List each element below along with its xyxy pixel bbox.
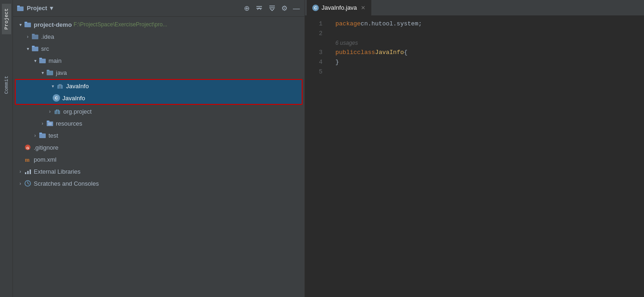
sidebar-item-commit[interactable]: Commit	[2, 71, 11, 99]
brace-open: {	[404, 48, 407, 58]
code-line-3: public class JavaInfo {	[335, 48, 637, 58]
svg-rect-13	[39, 58, 42, 59]
java-label: java	[56, 69, 67, 76]
line-num-1: 1	[305, 19, 322, 29]
code-editor[interactable]: package cn.hutool.system; 6 usages publi…	[328, 16, 644, 297]
package-icon	[56, 82, 64, 90]
svg-rect-15	[47, 70, 49, 71]
line-numbers: 1 2 3 4 5	[305, 16, 328, 297]
tree-item-project-root[interactable]: ▾ project-demo F:\ProjectSpace\ExerciseP…	[13, 18, 304, 30]
project-root-path: F:\ProjectSpace\ExerciseProject\pro...	[73, 21, 167, 28]
toggle-resources: ›	[39, 121, 46, 126]
tree-item-external-libs[interactable]: › External Libraries	[13, 165, 304, 177]
editor-area: C JavaInfo.java ✕ 1 2 3 4 5 package cn.h…	[305, 0, 644, 297]
javainfo-label: JavaInfo	[62, 95, 85, 102]
vertical-sidebar: Project Commit	[0, 0, 13, 297]
toggle-java: ▾	[39, 70, 46, 75]
project-root-name: project-demo	[34, 21, 72, 28]
test-label: test	[49, 132, 58, 139]
resources-folder-icon	[46, 120, 54, 127]
kw-package: package	[335, 19, 361, 29]
file-tree: ▾ project-demo F:\ProjectSpace\ExerciseP…	[13, 17, 304, 297]
settings-button[interactable]: ⚙	[280, 4, 288, 12]
kw-class: class	[357, 48, 375, 58]
tree-item-javainfo[interactable]: C JavaInfo	[16, 92, 302, 104]
minimize-button[interactable]: —	[292, 4, 301, 12]
toggle-external-libs: ›	[17, 169, 24, 174]
tree-item-cn-hutool-system[interactable]: ▾ JavaInfo	[16, 80, 302, 92]
svg-rect-33	[27, 171, 29, 174]
tree-item-pomxml[interactable]: m pom.xml	[13, 153, 304, 165]
semi-1: ;	[418, 19, 422, 29]
tree-item-scratches[interactable]: › Scratches and Consoles	[13, 177, 304, 189]
toggle-org-project: ›	[46, 109, 54, 114]
svg-rect-9	[32, 34, 35, 35]
scratches-icon	[24, 180, 31, 187]
svg-rect-0	[17, 6, 24, 11]
brace-close: }	[335, 58, 339, 67]
svg-rect-32	[25, 172, 26, 174]
main-folder-icon	[39, 57, 46, 64]
tree-item-test[interactable]: › test	[13, 129, 304, 141]
toggle-package: ▾	[49, 84, 56, 89]
header-actions: ⊕ ⚙ —	[243, 3, 301, 13]
tree-item-idea[interactable]: › .idea	[13, 30, 304, 42]
external-libs-label: External Libraries	[34, 168, 80, 175]
panel-title[interactable]: Project ▾	[17, 5, 53, 12]
tree-item-java[interactable]: ▾ java	[13, 67, 304, 79]
svg-text:G: G	[26, 146, 29, 150]
line-num-3: 3	[305, 48, 322, 58]
idea-folder-icon	[31, 33, 39, 40]
tree-item-resources[interactable]: › resources	[13, 117, 304, 129]
line-num-4: 4	[305, 58, 322, 67]
tab-javainfo-label: JavaInfo.java	[322, 4, 357, 11]
idea-label: .idea	[41, 33, 54, 40]
svg-rect-6	[24, 23, 31, 27]
kw-public: public	[335, 48, 357, 58]
toggle-project-root: ▾	[17, 22, 24, 27]
svg-line-37	[28, 183, 29, 184]
tree-item-main[interactable]: ▾ main	[13, 55, 304, 67]
code-line-2	[335, 29, 637, 39]
tree-item-gitignore[interactable]: G .gitignore	[13, 141, 304, 153]
svg-rect-11	[32, 46, 35, 47]
src-label: src	[41, 45, 49, 52]
line-num-usage	[305, 39, 322, 48]
svg-text:m: m	[25, 157, 30, 163]
code-line-usage: 6 usages	[335, 39, 637, 48]
folder-icon	[17, 5, 24, 12]
tab-javainfo[interactable]: C JavaInfo.java ✕	[307, 0, 371, 16]
org-project-label: org.project	[63, 108, 91, 115]
project-panel: Project ▾ ⊕	[13, 0, 305, 297]
selected-package-group: ▾ JavaInfo C JavaInfo	[15, 79, 303, 105]
panel-header: Project ▾ ⊕	[13, 0, 304, 17]
line-num-5: 5	[305, 67, 322, 77]
code-line-1: package cn.hutool.system;	[335, 19, 637, 29]
tab-close-button[interactable]: ✕	[361, 5, 365, 11]
class-name: JavaInfo	[375, 48, 404, 58]
collapse-icon	[255, 4, 263, 12]
svg-rect-1	[17, 6, 20, 7]
tab-java-icon: C	[312, 5, 319, 11]
svg-rect-23	[47, 121, 49, 122]
external-libs-icon	[24, 168, 31, 175]
svg-rect-14	[47, 71, 53, 75]
gitignore-icon: G	[24, 144, 31, 151]
tree-item-src[interactable]: ▾ src	[13, 42, 304, 55]
main-label: main	[49, 57, 61, 64]
add-button[interactable]: ⊕	[243, 4, 251, 12]
toggle-idea: ›	[24, 34, 31, 39]
gitignore-label: .gitignore	[34, 144, 58, 151]
java-folder-icon	[46, 69, 54, 76]
expand-all-button[interactable]	[267, 3, 277, 13]
collapse-all-button[interactable]	[255, 3, 264, 13]
tree-item-org-project[interactable]: › org.project	[13, 105, 304, 117]
sidebar-item-project[interactable]: Project	[2, 4, 11, 34]
code-line-4: }	[335, 58, 637, 67]
java-class-icon: C	[53, 94, 60, 102]
test-folder-icon	[39, 132, 46, 139]
pkg-name: cn.hutool.system	[361, 19, 419, 29]
org-package-icon	[54, 108, 61, 115]
svg-rect-8	[32, 35, 38, 39]
chevron-down-icon: ▾	[50, 5, 53, 12]
